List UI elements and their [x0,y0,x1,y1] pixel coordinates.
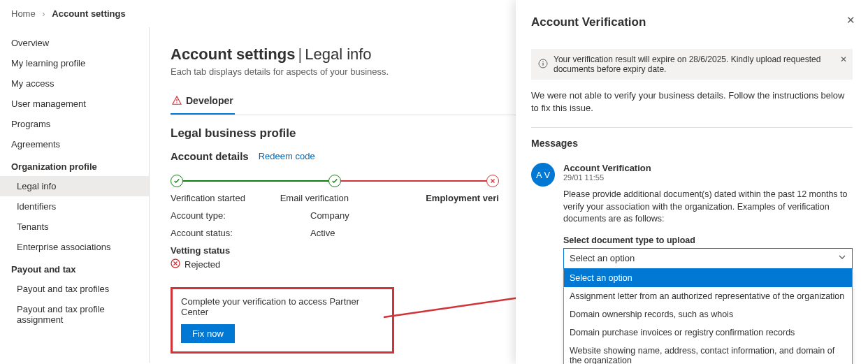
document-type-select[interactable]: Select an option [563,248,853,269]
sidebar: Overview My learning profile My access U… [0,27,150,363]
sidebar-item-identifiers[interactable]: Identifiers [0,196,149,217]
dropdown-option[interactable]: Domain ownership records, such as whois [564,305,852,323]
breadcrumb-home[interactable]: Home [11,8,36,19]
svg-rect-6 [542,61,543,61]
expiry-banner: Your verification result will expire on … [531,49,853,80]
sidebar-item-payout-profiles[interactable]: Payout and tax profiles [0,279,149,299]
sidebar-heading-org: Organization profile [0,154,149,176]
sidebar-item-programs[interactable]: Programs [0,114,149,134]
dropdown-option[interactable]: Domain purchase invoices or registry con… [564,323,852,342]
avatar: A V [531,163,555,187]
verification-panel: Account Verification ✕ Your verification… [516,0,868,364]
error-icon [171,259,180,270]
sidebar-item-tenants[interactable]: Tenants [0,217,149,237]
fix-now-callout: Complete your verification to access Par… [171,287,394,354]
breadcrumb-current: Account settings [52,8,125,19]
sidebar-item-access[interactable]: My access [0,73,149,94]
message-date: 29/01 11:55 [563,173,853,182]
document-type-dropdown: Select an option Assignment letter from … [563,269,853,364]
chevron-right-icon: › [42,8,45,19]
step-label: Email verification [280,193,390,203]
message-text: Please provide additional document(s) da… [563,189,853,226]
message-title: Account Verification [563,163,853,173]
timeline-labels: Verification started Email verification … [171,193,499,203]
error-icon [486,175,499,187]
info-icon [538,59,548,71]
panel-info-text: We were not able to verify your business… [531,89,853,115]
sidebar-item-overview[interactable]: Overview [0,33,149,53]
messages-heading: Messages [531,138,853,149]
message-item: A V Account Verification 29/01 11:55 Ple… [531,163,853,364]
check-icon [328,175,341,187]
sidebar-heading-tax: Payout and tax [0,257,149,279]
chevron-down-icon [838,253,846,263]
step-label: Employment veri [389,193,499,203]
check-icon [171,175,183,187]
select-label: Select document type to upload [563,235,853,245]
sidebar-item-learning[interactable]: My learning profile [0,53,149,73]
verification-timeline [171,175,499,187]
step-label: Verification started [171,193,280,203]
dropdown-option[interactable]: Assignment letter from an authorized rep… [564,287,852,305]
sidebar-item-agreements[interactable]: Agreements [0,134,149,154]
sidebar-item-legal-info[interactable]: Legal info [0,176,149,196]
cta-text: Complete your verification to access Par… [181,296,384,317]
sidebar-item-user-mgmt[interactable]: User management [0,94,149,114]
tab-label: Developer [186,95,233,106]
svg-rect-1 [176,102,177,103]
dropdown-option[interactable]: Select an option [564,269,852,287]
banner-text: Your verification result will expire on … [554,54,846,74]
close-icon[interactable]: ✕ [846,14,855,27]
warning-icon [172,96,182,105]
tab-developer[interactable]: Developer [171,89,235,115]
sidebar-item-enterprise[interactable]: Enterprise associations [0,237,149,257]
select-value: Select an option [570,253,635,263]
svg-rect-0 [176,99,177,102]
fix-now-button[interactable]: Fix now [181,324,235,343]
panel-title: Account Verification [531,15,853,29]
dropdown-option[interactable]: Website showing name, address, contact i… [564,342,852,364]
svg-rect-5 [542,62,543,65]
sidebar-item-payout-assignment[interactable]: Payout and tax profile assignment [0,299,149,330]
redeem-code-link[interactable]: Redeem code [259,151,315,161]
dismiss-banner-icon[interactable]: ✕ [840,54,847,64]
